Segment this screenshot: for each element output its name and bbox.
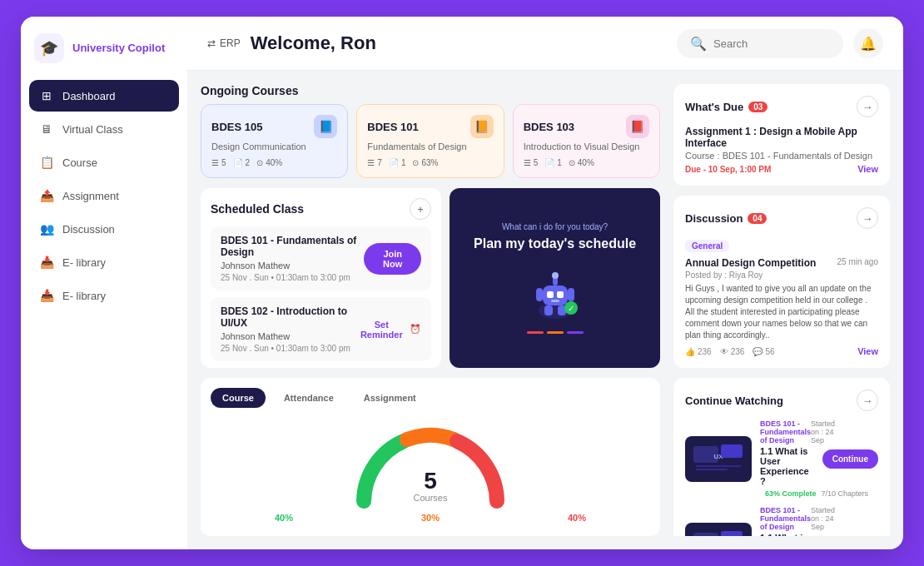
sidebar-item-elibrary2[interactable]: 📥 E- library <box>29 280 179 311</box>
course-icon: 📋 <box>39 155 54 170</box>
logo-text: University Copilot <box>72 42 165 55</box>
scheduled-class-add-btn[interactable]: + <box>410 198 431 220</box>
erp-button[interactable]: ⇄ ERP <box>207 37 241 49</box>
continue-watching-expand-btn[interactable]: → <box>857 390 878 411</box>
due-date: Due - 10 Sep, 1:00 PM <box>685 165 771 174</box>
clock-icon: ⏰ <box>410 324 421 335</box>
whats-due-expand-btn[interactable]: → <box>857 96 878 117</box>
elibrary2-icon: 📥 <box>39 288 54 303</box>
progress-label-1: 63% Complete <box>765 489 817 498</box>
watching-title-2: 1.1 What is User Experience ? <box>760 533 814 536</box>
sidebar-item-course[interactable]: 📋 Course <box>29 146 179 178</box>
header-left: ⇄ ERP Welcome, Ron <box>207 32 376 54</box>
virtual-class-icon: 🖥 <box>39 122 54 137</box>
disc-post-author: Posted by : Riya Roy <box>685 271 878 280</box>
ai-title: Plan my today's schedule <box>474 236 636 251</box>
continue-watching-card: Continue Watching → UX <box>673 378 890 536</box>
ai-dot-1 <box>527 331 544 334</box>
main-area: ⇄ ERP Welcome, Ron 🔍 🔔 Ongoing C <box>187 17 903 549</box>
course-card-bdes105[interactable]: BDES 105 📘 Design Communication ☰ 5 📄 2 … <box>201 104 348 178</box>
erp-arrow-icon: ⇄ <box>207 37 216 49</box>
ai-progress-dots <box>527 331 584 334</box>
discussion-title: Discussion 04 <box>685 212 767 225</box>
left-panel: Ongoing Courses BDES 105 📘 Design Commun… <box>201 84 660 536</box>
watching-info-1: BDES 101 - Fundamentals of Design Starte… <box>760 420 814 498</box>
watching-item-2: UX BDES 101 - Fundamentals of Design Sta… <box>685 506 878 536</box>
course-code: BDES 101 <box>367 121 418 133</box>
scheduled-class-title: Scheduled Class <box>211 202 304 216</box>
stat-docs: 📄 1 <box>544 158 562 167</box>
stat-tasks: ☰ 5 <box>211 158 226 167</box>
discussion-tag: General <box>685 237 878 257</box>
search-input[interactable] <box>713 37 830 50</box>
whats-due-header: What's Due 03 → <box>685 96 878 117</box>
assignment-icon: 📤 <box>39 188 54 203</box>
whats-due-course: Course : BDES 101 - Fundamentals of Desi… <box>685 151 878 161</box>
continue-button-1[interactable]: Continue <box>822 449 878 469</box>
stat-tasks: ☰ 5 <box>524 158 539 167</box>
notification-button[interactable]: 🔔 <box>853 28 883 58</box>
svg-rect-8 <box>568 288 574 301</box>
course-icon: 📘 <box>314 115 337 138</box>
tab-assignment[interactable]: Assignment <box>352 388 428 408</box>
gauge-container: 5 Courses 40% 30% 40% <box>211 415 650 526</box>
discussion-card: Discussion 04 → General Annual Design Co… <box>673 196 890 368</box>
svg-rect-24 <box>721 531 743 536</box>
tab-course[interactable]: Course <box>211 388 266 408</box>
bottom-section: Course Attendance Assignment 5 <box>201 378 660 536</box>
disc-stats: 👍 236 👁 236 💬 56 <box>685 347 775 356</box>
course-card-header: BDES 103 📕 <box>524 115 649 138</box>
discussion-badge: 04 <box>748 213 767 224</box>
discussion-header: Discussion 04 → <box>685 207 878 229</box>
watching-course-tag-2: BDES 101 - Fundamentals of Design <box>760 506 811 531</box>
ai-assistant-card[interactable]: What can i do for you today? Plan my tod… <box>450 188 660 368</box>
sidebar-item-elibrary1[interactable]: 📥 E- library <box>29 246 179 278</box>
watching-course-tag-1: BDES 101 - Fundamentals of Design <box>760 420 811 444</box>
sidebar-item-virtual-class[interactable]: 🖥 Virtual Class <box>29 113 179 145</box>
sidebar-logo: 🎓 University Copilot <box>21 33 187 80</box>
ongoing-courses-header: Ongoing Courses <box>201 84 660 97</box>
erp-label: ERP <box>220 37 241 49</box>
gauge-label-3: 40% <box>568 513 586 523</box>
whats-due-badge: 03 <box>748 102 768 112</box>
progress-container-1: 63% Complete 7/10 Chapters <box>760 489 814 498</box>
course-icon: 📙 <box>470 115 494 138</box>
svg-rect-20 <box>696 469 728 470</box>
stat-progress: ⊙ 40% <box>569 158 594 167</box>
svg-text:✓: ✓ <box>568 304 574 313</box>
sidebar-item-discussion[interactable]: 👥 Discussion <box>29 213 179 245</box>
svg-rect-2 <box>547 291 554 298</box>
right-panel: What's Due 03 → Assignment 1 : Design a … <box>673 84 890 536</box>
ai-subtitle: What can i do for you today? <box>502 222 608 231</box>
watching-thumb-2: UX <box>685 523 752 537</box>
disc-post-time: 25 min ago <box>837 257 878 266</box>
course-card-bdes101[interactable]: BDES 101 📙 Fundamentals of Design ☰ 7 📄 … <box>356 104 504 178</box>
course-icon: 📕 <box>626 115 649 138</box>
sidebar-item-label: E- library <box>62 256 106 269</box>
disc-post-body: Hi Guys , I wanted to give you all an up… <box>685 283 878 341</box>
whats-due-item-title: Assignment 1 : Design a Mobile App Inter… <box>685 126 878 149</box>
stat-docs: 📄 1 <box>389 158 406 167</box>
course-code: BDES 103 <box>524 121 574 133</box>
gauge-chart: 5 Courses <box>347 418 514 509</box>
watching-thumbnail-1: UX <box>689 438 748 479</box>
svg-text:5: 5 <box>424 468 437 494</box>
sidebar-item-assignment[interactable]: 📤 Assignment <box>29 180 179 211</box>
whats-due-view-link[interactable]: View <box>857 164 878 174</box>
join-now-button[interactable]: Join Now <box>364 243 421 275</box>
tab-attendance[interactable]: Attendance <box>272 388 345 408</box>
header: ⇄ ERP Welcome, Ron 🔍 🔔 <box>187 17 903 71</box>
course-card-bdes103[interactable]: BDES 103 📕 Introduction to Visual Design… <box>513 104 660 178</box>
set-reminder-button[interactable]: Set Reminder ⏰ <box>357 320 422 340</box>
class-item-row: BDES 101 - Fundamentals of Design Johnso… <box>221 235 421 282</box>
svg-rect-1 <box>543 285 568 305</box>
search-bar[interactable]: 🔍 <box>677 29 843 58</box>
sidebar-item-label: Discussion <box>62 223 115 236</box>
svg-text:Courses: Courses <box>414 493 448 503</box>
header-right: 🔍 🔔 <box>677 28 883 58</box>
continue-button-2[interactable]: Continue <box>822 536 878 537</box>
disc-view-link[interactable]: View <box>857 346 878 356</box>
chapters-label-1: 7/10 Chapters <box>822 489 869 498</box>
sidebar-item-dashboard[interactable]: ⊞ Dashboard <box>29 80 179 112</box>
discussion-expand-btn[interactable]: → <box>857 207 878 229</box>
